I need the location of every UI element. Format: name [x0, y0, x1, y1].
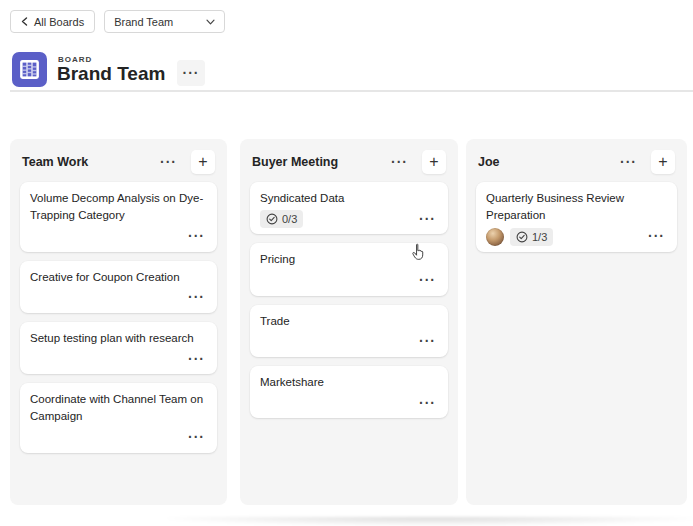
card-title: Setup testing plan with research — [30, 330, 207, 347]
card-more-button[interactable]: ··· — [186, 428, 207, 447]
all-boards-label: All Boards — [34, 16, 84, 28]
card-footer: 0/3 ··· — [260, 209, 438, 229]
card-more-button[interactable]: ··· — [417, 271, 438, 290]
card-title: Pricing — [260, 251, 438, 268]
plus-icon: + — [429, 153, 438, 171]
column-title: Joe — [478, 155, 618, 169]
column-team-work: Team Work ··· + Volume Decomp Analysis o… — [10, 139, 227, 505]
more-icon: ··· — [419, 336, 436, 346]
checklist-badge: 1/3 — [510, 228, 553, 246]
card-more-button[interactable]: ··· — [646, 227, 667, 246]
column-more-button[interactable]: ··· — [618, 153, 639, 172]
card-footer: ··· — [260, 332, 438, 352]
column-add-card-button[interactable]: + — [191, 150, 215, 174]
column-add-card-button[interactable]: + — [651, 150, 675, 174]
board-select-value: Brand Team — [114, 16, 173, 28]
kanban-app: { "colors": { "accent": "#5b5fc7", "colu… — [0, 0, 693, 526]
card[interactable]: Volume Decomp Analysis on Dye-Trapping C… — [20, 182, 217, 252]
board-more-button[interactable]: ··· — [177, 60, 205, 86]
card-more-button[interactable]: ··· — [417, 332, 438, 351]
card-footer: ··· — [30, 428, 207, 448]
card-more-button[interactable]: ··· — [186, 288, 207, 307]
page-title: Brand Team — [57, 63, 165, 85]
chevron-down-icon — [206, 19, 215, 25]
card-meta: 0/3 — [260, 210, 303, 228]
card-more-button[interactable]: ··· — [186, 227, 207, 246]
more-icon: ··· — [419, 398, 436, 408]
more-icon: ··· — [648, 231, 665, 241]
card-title: Volume Decomp Analysis on Dye-Trapping C… — [30, 190, 207, 225]
card-title: Syndicated Data — [260, 190, 438, 207]
bottom-shadow — [168, 517, 693, 526]
column-header: Joe ··· + — [478, 149, 675, 175]
more-icon: ··· — [391, 157, 408, 167]
checklist-count: 1/3 — [532, 231, 547, 243]
all-boards-button[interactable]: All Boards — [10, 10, 95, 33]
card[interactable]: Creative for Coupon Creation ··· — [20, 261, 217, 313]
column-title: Team Work — [22, 155, 158, 169]
header-divider — [10, 90, 693, 92]
card-title: Creative for Coupon Creation — [30, 269, 207, 286]
card-footer: ··· — [30, 349, 207, 369]
column-more-button[interactable]: ··· — [158, 153, 179, 172]
card-more-button[interactable]: ··· — [417, 210, 438, 229]
plus-icon: + — [198, 153, 207, 171]
assignee-avatar — [486, 228, 504, 246]
card-footer: ··· — [260, 271, 438, 291]
more-icon: ··· — [188, 292, 205, 302]
chevron-left-icon — [21, 17, 28, 26]
plus-icon: + — [658, 153, 667, 171]
card-more-button[interactable]: ··· — [186, 350, 207, 369]
more-icon: ··· — [620, 157, 637, 167]
column-header: Buyer Meeting ··· + — [252, 149, 446, 175]
checklist-badge: 0/3 — [260, 210, 303, 228]
card-footer: ··· — [260, 393, 438, 413]
more-icon: ··· — [419, 275, 436, 285]
column-joe: Joe ··· + Quarterly Business Review Prep… — [466, 139, 687, 505]
card-title: Quarterly Business Review Preparation — [486, 190, 667, 225]
card-footer: ··· — [30, 227, 207, 247]
card[interactable]: Trade ··· — [250, 305, 448, 357]
card[interactable]: Syndicated Data 0/3 ··· — [250, 182, 448, 234]
more-icon: ··· — [188, 231, 205, 241]
checklist-count: 0/3 — [282, 213, 297, 225]
card-footer: ··· — [30, 288, 207, 308]
check-circle-icon — [516, 231, 528, 243]
card[interactable]: Coordinate with Channel Team on Campaign… — [20, 383, 217, 453]
more-icon: ··· — [419, 214, 436, 224]
card-title: Coordinate with Channel Team on Campaign — [30, 391, 207, 426]
board-logo-icon — [12, 52, 47, 87]
card-pricing[interactable]: Pricing ··· — [250, 243, 448, 295]
column-buyer-meeting: Buyer Meeting ··· + Syndicated Data 0/3 … — [240, 139, 458, 505]
card[interactable]: Marketshare ··· — [250, 366, 448, 418]
column-add-card-button[interactable]: + — [422, 150, 446, 174]
topbar: All Boards Brand Team — [10, 10, 225, 33]
more-icon: ··· — [160, 157, 177, 167]
card-meta: 1/3 — [486, 228, 553, 246]
check-circle-icon — [266, 213, 278, 225]
more-icon: ··· — [188, 354, 205, 364]
more-icon: ··· — [188, 432, 205, 442]
card-title: Trade — [260, 313, 438, 330]
column-header: Team Work ··· + — [22, 149, 215, 175]
column-title: Buyer Meeting — [252, 155, 389, 169]
more-icon: ··· — [183, 68, 200, 78]
column-more-button[interactable]: ··· — [389, 153, 410, 172]
card[interactable]: Quarterly Business Review Preparation 1/… — [476, 182, 677, 252]
card-title: Marketshare — [260, 374, 438, 391]
board-select[interactable]: Brand Team — [104, 10, 225, 33]
card-more-button[interactable]: ··· — [417, 394, 438, 413]
card-footer: 1/3 ··· — [486, 227, 667, 247]
card[interactable]: Setup testing plan with research ··· — [20, 322, 217, 374]
